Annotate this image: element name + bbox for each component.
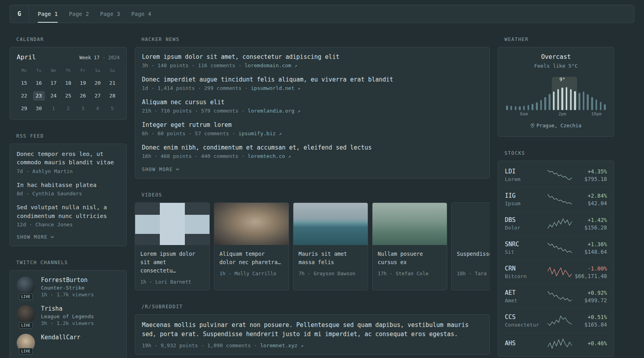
hn-story-title[interactable]: Donec imperdiet augue tincidunt felis al… — [142, 76, 483, 83]
tab-page-1[interactable]: Page 1 — [38, 5, 58, 23]
tab-page-4[interactable]: Page 4 — [131, 5, 151, 23]
hn-story-title[interactable]: Integer eget rutrum lorem — [142, 121, 483, 128]
weather-feels-like: Feels like 5°C — [505, 63, 607, 69]
hn-story-title[interactable]: Aliquam nec cursus elit — [142, 99, 483, 106]
video-card[interactable]: Aliquam tempor dolor nec pharetra… 1h · … — [214, 202, 289, 290]
tab-page-2[interactable]: Page 2 — [69, 5, 89, 23]
video-card[interactable]: Lorem ipsum dolor sit amet consectetu… 1… — [135, 202, 210, 290]
calendar-day: 28 — [107, 91, 118, 101]
stock-row[interactable]: AHS +0.46% — [505, 333, 607, 354]
weather-bars — [505, 86, 607, 110]
video-thumbnail[interactable] — [372, 203, 447, 245]
calendar-week-number: Week 17 — [80, 55, 100, 60]
live-badge: LIVE — [19, 294, 33, 300]
twitch-channel-name: Trisha — [41, 305, 94, 312]
show-more-label: SHOW MORE — [142, 167, 173, 172]
subreddit-post-meta: 19h · 9,932 points · 1,090 comments · lo… — [142, 342, 483, 348]
stock-change: +0.92% — [573, 290, 607, 296]
dashboard-root: G Page 1 Page 2 Page 3 Page 4 CALENDAR A… — [0, 5, 644, 358]
stock-row[interactable]: AET Amet +0.92% $499.72 — [505, 284, 607, 308]
video-thumbnail[interactable] — [214, 203, 289, 245]
weekday-label: Mo — [21, 68, 27, 73]
twitch-channel-row[interactable]: LIVE ForrestBurton Counter-Strike 1h · 1… — [17, 276, 120, 298]
video-meta: 18h · Tara — [457, 270, 490, 276]
stock-name: Lorem — [505, 176, 546, 182]
hn-story-title[interactable]: Lorem ipsum dolor sit amet, consectetur … — [142, 53, 483, 60]
stock-id: CCS Consectetur — [505, 313, 546, 328]
video-card[interactable]: Mauris sit amet massa felis 7h · Grayson… — [293, 202, 368, 290]
weekday-label: Su — [110, 68, 115, 73]
twitch-section-title: TWITCH CHANNELS — [10, 260, 127, 265]
external-link-icon: ↗ — [297, 86, 300, 91]
calendar-week-label: Week 17 · 2024 — [80, 55, 120, 60]
video-title[interactable]: Mauris sit amet massa felis — [299, 250, 363, 267]
stock-change: +1.36% — [573, 241, 607, 247]
video-thumbnail[interactable] — [452, 203, 490, 245]
show-more-label: SHOW MORE — [17, 234, 48, 240]
weather-section-title: WEATHER — [498, 37, 614, 42]
stock-values: +0.92% $499.72 — [573, 290, 607, 304]
calendar-year: 2024 — [108, 55, 120, 60]
weekday-label: Fr — [80, 68, 85, 73]
rss-item-title[interactable]: Sed volutpat nulla nisl, a condimentum n… — [17, 203, 120, 220]
calendar-widget: CALENDAR April Week 17 · 2024 Mo Tu We — [10, 37, 127, 120]
stock-sparkline — [546, 169, 573, 181]
hn-story-domain-link[interactable]: loremtech.co — [248, 153, 285, 159]
stock-price: $42.04 — [573, 200, 607, 206]
tab-page-3[interactable]: Page 3 — [100, 5, 120, 23]
avatar — [17, 305, 35, 323]
stock-id: IIG Ipsum — [505, 192, 546, 206]
hn-show-more-button[interactable]: SHOW MORE — [142, 167, 483, 172]
video-title[interactable]: Suspendisse diam — [457, 250, 490, 267]
app-logo[interactable]: G — [10, 5, 29, 23]
calendar-day-next-month: 3 — [77, 104, 89, 113]
twitch-channel-row[interactable]: LIVE KendallCarr — [17, 334, 120, 352]
stock-row[interactable]: IIG Ipsum +2.84% $42.04 — [505, 187, 607, 211]
video-title[interactable]: Aliquam tempor dolor nec pharetra… — [219, 250, 283, 267]
twitch-channel-info: ForrestBurton Counter-Strike 1h · 1.7k v… — [41, 276, 94, 298]
video-thumbnail[interactable] — [135, 203, 209, 245]
stock-row[interactable]: LDI Lorem +4.35% $795.18 — [505, 163, 607, 187]
rss-card: Donec tempor eros leo, ut commodo mauris… — [10, 144, 127, 246]
stock-row[interactable]: SNRC Sit +1.36% $148.64 — [505, 235, 607, 260]
avatar — [17, 276, 35, 295]
calendar-day: 27 — [92, 91, 104, 101]
hn-story-meta: 1d · 1,414 points · 299 comments · ipsum… — [142, 85, 483, 91]
hn-story: Integer eget rutrum lorem 6h · 60 points… — [142, 121, 483, 136]
hn-story-domain-link[interactable]: loremlandia.org — [248, 108, 294, 114]
hn-story-title[interactable]: Donec enim nibh, condimentum et accumsan… — [142, 144, 483, 151]
stock-row[interactable]: DBS Dolor +1.42% $156.28 — [505, 211, 607, 235]
hn-story-stats: 16h · 468 points · 440 comments · — [142, 153, 244, 159]
external-link-icon: ↗ — [279, 131, 281, 136]
hn-story-domain-link[interactable]: ipsumify.biz — [239, 130, 276, 136]
video-card[interactable]: Nullam posuere cursus ex 17h · Stefan Co… — [372, 202, 447, 290]
hn-story-domain-link[interactable]: ipsumworld.net — [251, 85, 295, 91]
stock-row[interactable]: CRN Bitcorn -1.00% $66,171.48 — [505, 260, 607, 284]
chevron-down-icon — [50, 236, 54, 238]
stock-values: -1.00% $66,171.48 — [573, 265, 607, 279]
rss-item-title[interactable]: In hac habitasse platea — [17, 181, 120, 189]
calendar-day: 29 — [18, 104, 30, 113]
stocks-card: LDI Lorem +4.35% $795.18 IIG Ipsum — [498, 161, 614, 357]
stock-values: +0.51% $165.84 — [573, 314, 607, 328]
subreddit-post-text[interactable]: Maecenas mollis pulvinar erat non posuer… — [142, 321, 483, 339]
video-thumbnail[interactable] — [293, 203, 368, 245]
subreddit-domain-link[interactable]: loremnet.xyz — [260, 342, 297, 348]
hn-story: Donec imperdiet augue tincidunt felis al… — [142, 76, 483, 91]
calendar-section-title: CALENDAR — [10, 37, 127, 42]
stock-ticker: SNRC — [505, 241, 546, 248]
rss-item-title[interactable]: Donec tempor eros leo, ut commodo mauris… — [17, 150, 120, 167]
rss-show-more-button[interactable]: SHOW MORE — [17, 234, 120, 240]
hn-story-domain-link[interactable]: loremdomain.com — [244, 62, 291, 68]
stock-name: Sit — [505, 249, 546, 255]
video-title[interactable]: Lorem ipsum dolor sit amet consectetu… — [140, 250, 204, 275]
stock-sparkline — [546, 266, 573, 278]
twitch-channel-row[interactable]: LIVE Trisha League of Legends 3h · 1.2k … — [17, 305, 120, 326]
weather-peak-label: 9° — [559, 77, 565, 82]
hackernews-section-title: HACKER NEWS — [135, 37, 490, 42]
video-title[interactable]: Nullam posuere cursus ex — [378, 250, 442, 267]
stock-ticker: AET — [505, 289, 546, 296]
video-card[interactable]: Suspendisse diam 18h · Tara — [451, 202, 490, 290]
stock-row[interactable]: CCS Consectetur +0.51% $165.84 — [505, 308, 607, 333]
calendar-day: 16 — [33, 78, 45, 88]
